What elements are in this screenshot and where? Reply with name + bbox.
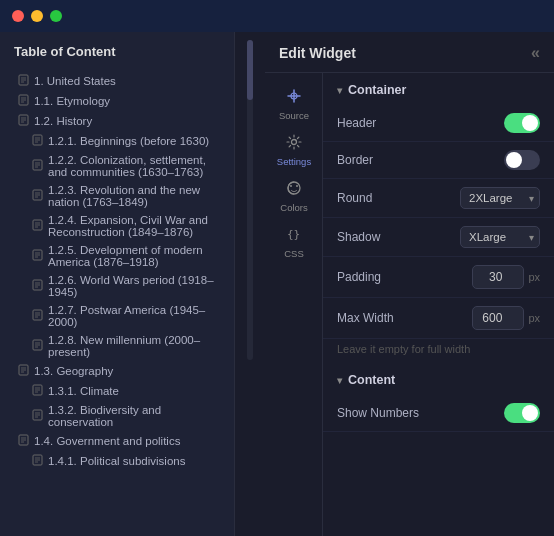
toc-item[interactable]: 1.2.8. New millennium (2000–present) <box>0 331 234 361</box>
edit-widget-title: Edit Widget <box>279 45 356 61</box>
border-toggle[interactable] <box>504 150 540 170</box>
toc-item[interactable]: 1.2.5. Development of modern America (18… <box>0 241 234 271</box>
padding-setting-row: Padding px <box>323 257 554 298</box>
sidebar-icon-label-settings: Settings <box>277 156 311 167</box>
toc-item-label: 1.2.3. Revolution and the new nation (17… <box>48 184 226 208</box>
show-numbers-setting-row: Show Numbers <box>323 395 554 432</box>
sidebar-icon-settings[interactable]: Settings <box>265 127 323 173</box>
toc-item-label: 1.1. Etymology <box>34 95 110 107</box>
padding-input-group: px <box>472 265 540 289</box>
icon-sidebar: SourceSettingsColors{}CSS <box>265 73 323 536</box>
left-panel: Table of Content 1. United States 1.1. E… <box>0 32 235 536</box>
header-toggle-slider <box>504 113 540 133</box>
toc-item-label: 1.4. Government and politics <box>34 435 180 447</box>
toc-item-label: 1.2.6. World Wars period (1918–1945) <box>48 274 226 298</box>
container-section-label: Container <box>348 83 406 97</box>
header-label: Header <box>337 116 376 130</box>
sidebar-icon-colors[interactable]: Colors <box>265 173 323 219</box>
show-numbers-toggle-slider <box>504 403 540 423</box>
shadow-setting-row: Shadow NoneSmallMediumLargeXLarge2XLarge <box>323 218 554 257</box>
toc-item[interactable]: 1.2. History <box>0 111 234 131</box>
toc-item-label: 1.4.1. Political subdivisions <box>48 455 185 467</box>
toc-item-label: 1. United States <box>34 75 116 87</box>
sidebar-icon-label-css: CSS <box>284 248 304 259</box>
header-toggle[interactable] <box>504 113 540 133</box>
toc-item[interactable]: 1.3. Geography <box>0 361 234 381</box>
max-width-input[interactable] <box>472 306 524 330</box>
toc-item[interactable]: 1.2.4. Expansion, Civil War and Reconstr… <box>0 211 234 241</box>
sidebar-icon-label-colors: Colors <box>280 202 307 213</box>
titlebar <box>0 0 554 32</box>
settings-content: ▾Container Header Border Round NoneSmall… <box>323 73 554 536</box>
max-width-setting-row: Max Width px <box>323 298 554 339</box>
doc-icon <box>32 189 43 203</box>
doc-icon <box>18 74 29 88</box>
svg-point-68 <box>296 185 298 187</box>
doc-icon <box>32 159 43 173</box>
doc-icon <box>32 219 43 233</box>
max-width-hint: Leave it empty for full width <box>323 339 554 363</box>
doc-icon <box>32 339 43 353</box>
show-numbers-toggle[interactable] <box>504 403 540 423</box>
toc-item-label: 1.3.1. Climate <box>48 385 119 397</box>
scroll-track[interactable] <box>247 40 253 360</box>
container-chevron-icon: ▾ <box>337 85 342 96</box>
toc-item-label: 1.3. Geography <box>34 365 113 377</box>
shadow-label: Shadow <box>337 230 380 244</box>
content-section-header[interactable]: ▾Content <box>323 363 554 395</box>
traffic-light-green[interactable] <box>50 10 62 22</box>
toc-item[interactable]: 1.2.1. Beginnings (before 1630) <box>0 131 234 151</box>
toc-item[interactable]: 1.3.1. Climate <box>0 381 234 401</box>
toc-item[interactable]: 1.3.2. Biodiversity and conservation <box>0 401 234 431</box>
sidebar-icon-source[interactable]: Source <box>265 81 323 127</box>
colors-icon <box>285 179 303 199</box>
doc-icon <box>32 134 43 148</box>
svg-point-65 <box>292 140 297 145</box>
svg-point-67 <box>290 185 292 187</box>
toc-item-label: 1.2.2. Colonization, settlement, and com… <box>48 154 226 178</box>
close-panel-button[interactable]: « <box>531 44 540 62</box>
max-width-label: Max Width <box>337 311 394 325</box>
shadow-select[interactable]: NoneSmallMediumLargeXLarge2XLarge <box>460 226 540 248</box>
header-setting-row: Header <box>323 105 554 142</box>
border-toggle-slider <box>504 150 540 170</box>
max-width-input-group: px <box>472 306 540 330</box>
toc-item-label: 1.3.2. Biodiversity and conservation <box>48 404 226 428</box>
toc-item[interactable]: 1.1. Etymology <box>0 91 234 111</box>
toc-item-label: 1.2.4. Expansion, Civil War and Reconstr… <box>48 214 226 238</box>
traffic-light-yellow[interactable] <box>31 10 43 22</box>
toc-item[interactable]: 1.2.6. World Wars period (1918–1945) <box>0 271 234 301</box>
scroll-thumb[interactable] <box>247 40 253 100</box>
padding-input[interactable] <box>472 265 524 289</box>
css-icon: {} <box>285 225 303 245</box>
content-section-label: Content <box>348 373 395 387</box>
toc-item[interactable]: 1.4. Government and politics <box>0 431 234 451</box>
content-chevron-icon: ▾ <box>337 375 342 386</box>
container-section: ▾Container Header Border Round NoneSmall… <box>323 73 554 363</box>
sidebar-icon-css[interactable]: {}CSS <box>265 219 323 265</box>
border-label: Border <box>337 153 373 167</box>
toc-item[interactable]: 1.2.3. Revolution and the new nation (17… <box>0 181 234 211</box>
toc-item-label: 1.2.5. Development of modern America (18… <box>48 244 226 268</box>
traffic-light-red[interactable] <box>12 10 24 22</box>
toc-item[interactable]: 1.4.1. Political subdivisions <box>0 451 234 471</box>
source-icon <box>285 87 303 107</box>
round-label: Round <box>337 191 372 205</box>
round-select[interactable]: NoneSmallMediumLargeXLarge2XLarge3XLarge… <box>460 187 540 209</box>
doc-icon <box>32 454 43 468</box>
max-width-unit: px <box>528 312 540 324</box>
toc-title: Table of Content <box>0 32 234 67</box>
toc-item-label: 1.2.8. New millennium (2000–present) <box>48 334 226 358</box>
border-setting-row: Border <box>323 142 554 179</box>
doc-icon <box>32 309 43 323</box>
doc-icon <box>18 434 29 448</box>
container-section-header[interactable]: ▾Container <box>323 73 554 105</box>
show-numbers-label: Show Numbers <box>337 406 419 420</box>
doc-icon <box>18 364 29 378</box>
toc-item[interactable]: 1. United States <box>0 71 234 91</box>
toc-item[interactable]: 1.2.2. Colonization, settlement, and com… <box>0 151 234 181</box>
doc-icon <box>32 384 43 398</box>
toc-item[interactable]: 1.2.7. Postwar America (1945–2000) <box>0 301 234 331</box>
padding-label: Padding <box>337 270 381 284</box>
svg-text:{}: {} <box>287 228 300 241</box>
